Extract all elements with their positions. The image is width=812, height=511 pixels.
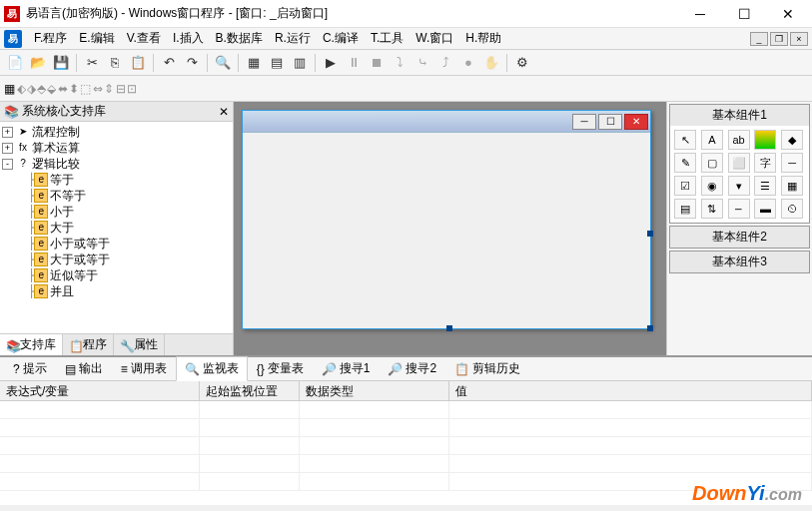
tree-item[interactable]: -?逻辑比较 bbox=[2, 156, 231, 172]
watch-row[interactable] bbox=[0, 401, 812, 419]
form-titlebar[interactable]: ─ ☐ ✕ bbox=[243, 111, 650, 133]
center-v-icon[interactable]: ⊡ bbox=[127, 82, 137, 96]
hand-icon[interactable]: ✋ bbox=[480, 52, 502, 74]
tab-variables[interactable]: {}变量表 bbox=[248, 356, 313, 381]
pointer-icon[interactable]: ↖ bbox=[674, 130, 696, 150]
col-type[interactable]: 数据类型 bbox=[300, 381, 449, 400]
layout1-icon[interactable]: ▦ bbox=[243, 52, 265, 74]
mdi-minimize-button[interactable]: _ bbox=[750, 32, 768, 46]
step-into-icon[interactable]: ⤷ bbox=[411, 52, 433, 74]
redo-icon[interactable]: ↷ bbox=[181, 52, 203, 74]
align-top-icon[interactable]: ⬘ bbox=[37, 82, 46, 96]
form-maximize-button[interactable]: ☐ bbox=[598, 114, 622, 130]
label-icon[interactable]: A bbox=[701, 130, 723, 150]
center-h-icon[interactable]: ⊟ bbox=[116, 82, 126, 96]
tab-program[interactable]: 📋程序 bbox=[63, 334, 114, 355]
group-header[interactable]: 基本组件2 bbox=[670, 227, 809, 248]
align-right-icon[interactable]: ⬗ bbox=[27, 82, 36, 96]
watch-row[interactable] bbox=[0, 437, 812, 455]
resize-handle[interactable] bbox=[446, 325, 452, 331]
edit-icon[interactable]: ✎ bbox=[674, 153, 696, 173]
tab-tips[interactable]: ?提示 bbox=[4, 356, 56, 381]
font-icon[interactable]: 字 bbox=[754, 153, 776, 173]
group-header[interactable]: 基本组件1 bbox=[670, 105, 809, 126]
radio-icon[interactable]: ◉ bbox=[701, 176, 723, 196]
tree-item[interactable]: ├e近似等于 bbox=[2, 267, 231, 283]
layout3-icon[interactable]: ▥ bbox=[289, 52, 311, 74]
button-icon[interactable]: ⬜ bbox=[728, 153, 750, 173]
form-window[interactable]: ─ ☐ ✕ bbox=[242, 110, 651, 329]
same-width-icon[interactable]: ⬌ bbox=[58, 82, 68, 96]
scroll-icon[interactable]: ⇅ bbox=[701, 199, 723, 219]
col-value[interactable]: 值 bbox=[449, 381, 812, 400]
menu-edit[interactable]: E.编辑 bbox=[73, 28, 120, 49]
stop-icon[interactable]: ⏹ bbox=[366, 52, 388, 74]
copy-icon[interactable]: ⎘ bbox=[104, 52, 126, 74]
list-icon[interactable]: ☰ bbox=[754, 176, 776, 196]
form-minimize-button[interactable]: ─ bbox=[572, 114, 596, 130]
menu-insert[interactable]: I.插入 bbox=[167, 28, 210, 49]
tree-item[interactable]: ├e不等于 bbox=[2, 188, 231, 204]
hspace-icon[interactable]: ⇔ bbox=[93, 82, 103, 96]
menu-view[interactable]: V.查看 bbox=[121, 28, 167, 49]
tree-item[interactable]: +fx算术运算 bbox=[2, 140, 231, 156]
save-icon[interactable]: 💾 bbox=[50, 52, 72, 74]
watch-row[interactable] bbox=[0, 473, 812, 491]
menu-compile[interactable]: C.编译 bbox=[317, 28, 365, 49]
find-icon[interactable]: 🔍 bbox=[212, 52, 234, 74]
tree-view[interactable]: +➤流程控制 +fx算术运算 -?逻辑比较 ├e等于 ├e不等于 ├e小于 ├e… bbox=[0, 122, 233, 333]
open-icon[interactable]: 📂 bbox=[27, 52, 49, 74]
menu-help[interactable]: H.帮助 bbox=[459, 28, 507, 49]
resize-handle[interactable] bbox=[647, 231, 653, 237]
watch-row[interactable] bbox=[0, 455, 812, 473]
form-body[interactable] bbox=[243, 133, 650, 328]
same-height-icon[interactable]: ⬍ bbox=[69, 82, 79, 96]
maximize-button[interactable]: ☐ bbox=[724, 2, 764, 26]
paste-icon[interactable]: 📋 bbox=[127, 52, 149, 74]
menu-run[interactable]: R.运行 bbox=[269, 28, 317, 49]
menu-window[interactable]: W.窗口 bbox=[409, 28, 459, 49]
tree-item[interactable]: ├e并且 bbox=[2, 283, 231, 299]
grid-icon[interactable]: ▦ bbox=[781, 176, 803, 196]
mdi-restore-button[interactable]: ❐ bbox=[770, 32, 788, 46]
group-header[interactable]: 基本组件3 bbox=[670, 252, 809, 272]
image-icon[interactable] bbox=[754, 130, 776, 150]
collapse-icon[interactable]: - bbox=[2, 159, 13, 170]
new-icon[interactable]: 📄 bbox=[4, 52, 26, 74]
tab-search2[interactable]: 🔎搜寻2 bbox=[379, 356, 445, 381]
tree-item[interactable]: ├e小于或等于 bbox=[2, 236, 231, 252]
form-close-button[interactable]: ✕ bbox=[624, 114, 648, 130]
vspace-icon[interactable]: ⇕ bbox=[104, 82, 114, 96]
step-over-icon[interactable]: ⤵ bbox=[389, 52, 410, 74]
tree-item[interactable]: ├e等于 bbox=[2, 172, 231, 188]
line-icon[interactable]: ─ bbox=[781, 153, 803, 173]
grid-icon[interactable]: ▦ bbox=[4, 82, 15, 96]
same-size-icon[interactable]: ⬚ bbox=[80, 82, 91, 96]
breakpoint-icon[interactable]: ● bbox=[457, 52, 479, 74]
form-designer-area[interactable]: ─ ☐ ✕ bbox=[234, 102, 666, 355]
resize-handle[interactable] bbox=[647, 325, 653, 331]
tab-search1[interactable]: 🔎搜寻1 bbox=[313, 356, 380, 381]
minimize-button[interactable]: ─ bbox=[680, 2, 720, 26]
tree-item[interactable]: ├e小于 bbox=[2, 204, 231, 220]
tab-clipboard[interactable]: 📋剪辑历史 bbox=[445, 356, 529, 381]
text-icon[interactable]: ab bbox=[728, 130, 750, 150]
checkbox-icon[interactable]: ☑ bbox=[674, 176, 696, 196]
close-button[interactable]: ✕ bbox=[768, 2, 808, 26]
left-panel-close-icon[interactable]: ✕ bbox=[219, 105, 229, 119]
run-icon[interactable]: ▶ bbox=[320, 52, 342, 74]
tab-support-lib[interactable]: 📚支持库 bbox=[0, 334, 63, 355]
combo-icon[interactable]: ▾ bbox=[728, 176, 750, 196]
align-bottom-icon[interactable]: ⬙ bbox=[47, 82, 56, 96]
col-expression[interactable]: 表达式/变量 bbox=[0, 381, 200, 400]
tab-icon[interactable]: ▤ bbox=[674, 199, 696, 219]
shape-icon[interactable]: ◆ bbox=[781, 130, 803, 150]
tab-output[interactable]: ▤输出 bbox=[56, 356, 112, 381]
panel-icon[interactable]: ▢ bbox=[701, 153, 723, 173]
tree-item[interactable]: +➤流程控制 bbox=[2, 124, 231, 140]
step-out-icon[interactable]: ⤴ bbox=[434, 52, 456, 74]
tree-item[interactable]: ├e大于 bbox=[2, 220, 231, 236]
menu-program[interactable]: F.程序 bbox=[28, 28, 73, 49]
expand-icon[interactable]: + bbox=[2, 127, 13, 138]
mdi-close-button[interactable]: × bbox=[790, 32, 808, 46]
